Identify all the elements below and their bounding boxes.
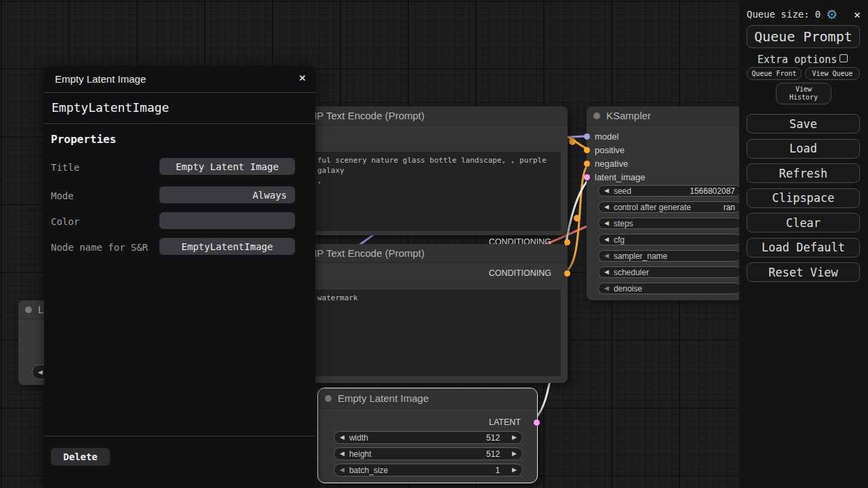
prompt-textarea[interactable]: watermark xyxy=(285,289,561,376)
input-positive: positive xyxy=(588,145,625,155)
node-status-dot-icon xyxy=(325,395,332,402)
delete-button[interactable]: Delete xyxy=(51,448,110,466)
load-default-button[interactable]: Load Default xyxy=(747,238,860,258)
model-slot-icon[interactable] xyxy=(584,134,590,140)
output-latent: LATENT xyxy=(489,418,532,427)
widget-seed[interactable]: ◀ seed 1566802087 xyxy=(598,185,741,197)
widget-cfg[interactable]: ◀ cfg xyxy=(598,234,741,245)
decrement-arrow-icon[interactable]: ◀ xyxy=(340,451,344,457)
decrement-arrow-icon[interactable]: ◀ xyxy=(604,253,609,259)
node-name-field[interactable]: EmptyLatentImage xyxy=(159,238,295,255)
widget-denoise[interactable]: ◀ denoise xyxy=(598,283,741,294)
node-properties-dialog: Empty Latent Image ✕ EmptyLatentImage Pr… xyxy=(44,66,315,488)
node-clip-text-encode-positive[interactable]: CLIP Text Encode (Prompt) CONDITIONING f… xyxy=(278,106,568,235)
node-status-dot-icon xyxy=(593,113,600,119)
widget-control-after-generate[interactable]: ◀ control after generate ran xyxy=(598,201,741,213)
widget-batch-size[interactable]: ◀ batch_size 1 ▶ xyxy=(334,464,523,476)
clipspace-button[interactable]: Clipspace xyxy=(747,188,860,208)
extra-options-checkbox[interactable] xyxy=(840,54,848,62)
view-history-button[interactable]: ViewHistory xyxy=(776,83,831,104)
properties-heading: Properties xyxy=(51,133,116,146)
decrement-arrow-icon[interactable]: ◀ xyxy=(604,188,609,194)
input-model: model xyxy=(588,131,618,142)
save-button[interactable]: Save xyxy=(747,114,860,134)
node-title: KSampler xyxy=(606,110,651,121)
input-latent-image: latent_image xyxy=(588,172,645,182)
node-ksampler[interactable]: KSampler model positive negative latent_… xyxy=(587,106,753,300)
divider xyxy=(44,123,315,124)
widget-steps[interactable]: ◀ steps xyxy=(598,218,741,229)
view-queue-button[interactable]: View Queue xyxy=(805,67,860,80)
close-icon[interactable]: ✕ xyxy=(299,70,306,84)
widget-width[interactable]: ◀ width 512 ▶ xyxy=(334,431,523,444)
decrement-arrow-icon[interactable]: ◀ xyxy=(604,269,609,275)
comfyui-app: Load Checkpoint ◀ ckpt_name CLIP Text En… xyxy=(0,0,868,488)
node-clip-text-encode-negative[interactable]: CLIP Text Encode (Prompt) CONDITIONING w… xyxy=(278,244,568,383)
dialog-title: Empty Latent Image xyxy=(55,73,146,85)
title-field[interactable]: Empty Latent Image xyxy=(159,158,295,175)
decrement-arrow-icon[interactable]: ◀ xyxy=(604,237,609,243)
queue-prompt-button[interactable]: Queue Prompt xyxy=(747,25,860,48)
decrement-arrow-icon[interactable]: ◀ xyxy=(604,204,609,210)
widget-sampler-name[interactable]: ◀ sampler_name xyxy=(598,250,741,262)
divider xyxy=(44,436,315,436)
queue-size-label: Queue size: xyxy=(747,9,810,20)
queue-front-button[interactable]: Queue Front xyxy=(747,67,802,80)
conditioning-slot-icon[interactable] xyxy=(584,147,590,153)
latent-slot-icon[interactable] xyxy=(584,174,590,180)
decrement-arrow-icon[interactable]: ◀ xyxy=(38,369,43,375)
reset-view-button[interactable]: Reset View xyxy=(747,262,860,282)
decrement-arrow-icon[interactable]: ◀ xyxy=(604,285,609,291)
output-conditioning: CONDITIONING xyxy=(489,268,562,278)
decrement-arrow-icon[interactable]: ◀ xyxy=(340,467,344,473)
load-button[interactable]: Load xyxy=(747,139,860,159)
main-menu-panel: Queue size: 0 ⚙ ✕ Queue Prompt Extra opt… xyxy=(739,0,868,488)
widget-scheduler[interactable]: ◀ scheduler xyxy=(598,266,741,278)
divider xyxy=(44,92,315,93)
color-field[interactable] xyxy=(159,212,295,229)
link-midpoint-dot xyxy=(569,138,576,145)
mode-field[interactable]: Always xyxy=(159,186,295,203)
widget-height[interactable]: ◀ height 512 ▶ xyxy=(334,447,523,460)
conditioning-slot-icon[interactable] xyxy=(564,239,570,245)
close-icon[interactable]: ✕ xyxy=(854,8,861,21)
conditioning-slot-icon[interactable] xyxy=(584,161,590,167)
decrement-arrow-icon[interactable]: ◀ xyxy=(604,220,609,226)
increment-arrow-icon[interactable]: ▶ xyxy=(512,434,517,441)
link-midpoint-dot xyxy=(574,215,580,222)
decrement-arrow-icon[interactable]: ◀ xyxy=(340,434,344,441)
node-title: CLIP Text Encode (Prompt) xyxy=(301,110,425,121)
node-type-label: EmptyLatentImage xyxy=(52,100,169,115)
node-title: Empty Latent Image xyxy=(338,392,429,404)
settings-gear-icon[interactable]: ⚙ xyxy=(826,8,837,21)
extra-options-row: Extra options xyxy=(739,54,868,64)
increment-arrow-icon[interactable]: ▶ xyxy=(512,467,517,473)
queue-size-row: Queue size: 0 ⚙ ✕ xyxy=(747,7,861,21)
clear-button[interactable]: Clear xyxy=(747,213,860,232)
node-title: CLIP Text Encode (Prompt) xyxy=(301,247,425,259)
increment-arrow-icon[interactable]: ▶ xyxy=(512,451,517,457)
input-negative: negative xyxy=(588,159,628,169)
extra-options-label: Extra options xyxy=(757,54,837,66)
queue-size-value: 0 xyxy=(815,9,821,20)
node-status-dot-icon xyxy=(25,306,32,313)
refresh-button[interactable]: Refresh xyxy=(747,163,860,183)
prompt-textarea[interactable]: ful scenery nature glass bottle landscap… xyxy=(285,152,561,231)
node-empty-latent-image[interactable]: Empty Latent Image LATENT ◀ width 512 ▶ … xyxy=(317,388,538,483)
latent-slot-icon[interactable] xyxy=(534,420,540,426)
conditioning-slot-icon[interactable] xyxy=(564,270,570,277)
